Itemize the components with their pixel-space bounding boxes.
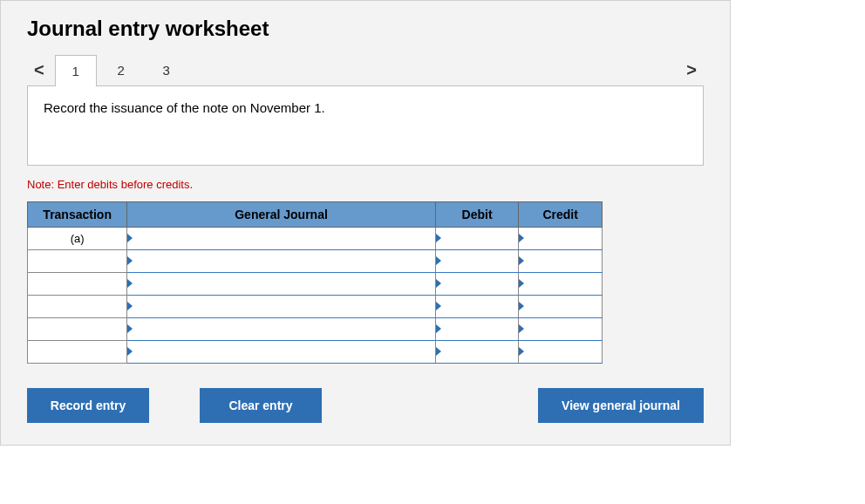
table-row: (a)	[28, 228, 603, 250]
credit-cell[interactable]	[519, 273, 603, 296]
debit-cell[interactable]	[435, 273, 519, 296]
worksheet-panel: Journal entry worksheet < 1 2 3 > Record…	[0, 0, 731, 446]
col-transaction: Transaction	[28, 202, 127, 228]
next-arrow-icon[interactable]: >	[679, 60, 704, 80]
col-credit: Credit	[519, 202, 603, 228]
table-row	[28, 273, 603, 296]
journal-cell[interactable]	[127, 250, 435, 273]
transaction-cell	[28, 296, 127, 318]
record-entry-button[interactable]: Record entry	[27, 388, 149, 423]
table-row	[28, 318, 603, 341]
debit-cell[interactable]	[435, 318, 519, 341]
tab-1[interactable]: 1	[55, 55, 97, 86]
journal-cell[interactable]	[127, 273, 435, 296]
journal-cell[interactable]	[127, 228, 435, 250]
table-row	[28, 296, 603, 318]
page-title: Journal entry worksheet	[27, 17, 704, 41]
note-text: Note: Enter debits before credits.	[27, 178, 704, 191]
prev-arrow-icon[interactable]: <	[27, 60, 51, 80]
transaction-cell	[28, 318, 127, 341]
credit-cell[interactable]	[519, 341, 603, 364]
view-general-journal-button[interactable]: View general journal	[538, 388, 704, 423]
tab-row: < 1 2 3 >	[27, 53, 704, 86]
instruction-box: Record the issuance of the note on Novem…	[27, 85, 704, 166]
debit-cell[interactable]	[435, 250, 519, 273]
transaction-cell: (a)	[28, 228, 127, 250]
transaction-cell	[28, 273, 127, 296]
journal-cell[interactable]	[127, 318, 435, 341]
col-debit: Debit	[435, 202, 519, 228]
tab-3[interactable]: 3	[146, 54, 187, 85]
button-row: Record entry Clear entry View general jo…	[27, 388, 704, 423]
debit-cell[interactable]	[435, 228, 519, 250]
debit-cell[interactable]	[435, 296, 519, 318]
journal-entry-table: Transaction General Journal Debit Credit…	[27, 201, 603, 364]
credit-cell[interactable]	[519, 250, 603, 273]
tab-2[interactable]: 2	[100, 54, 142, 85]
credit-cell[interactable]	[519, 318, 603, 341]
instruction-text: Record the issuance of the note on Novem…	[44, 100, 325, 115]
journal-cell[interactable]	[127, 341, 435, 364]
debit-cell[interactable]	[435, 341, 519, 364]
table-row	[28, 341, 603, 364]
clear-entry-button[interactable]: Clear entry	[200, 388, 322, 423]
col-general-journal: General Journal	[127, 202, 435, 228]
transaction-cell	[28, 341, 127, 364]
credit-cell[interactable]	[519, 296, 603, 318]
table-row	[28, 250, 603, 273]
credit-cell[interactable]	[519, 228, 603, 250]
journal-cell[interactable]	[127, 296, 435, 318]
transaction-cell	[28, 250, 127, 273]
